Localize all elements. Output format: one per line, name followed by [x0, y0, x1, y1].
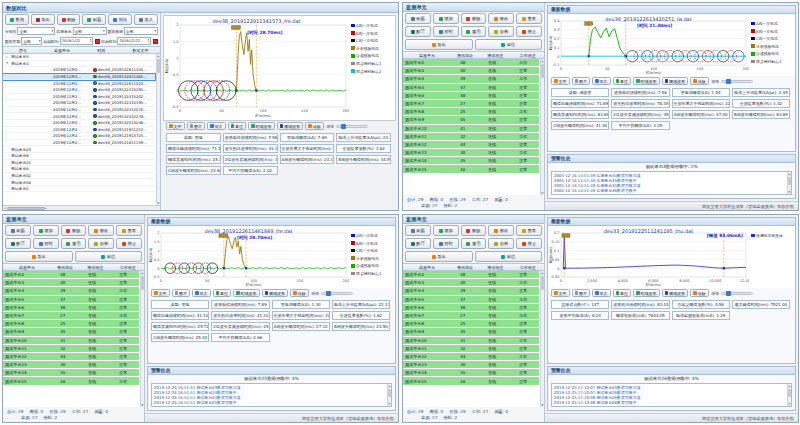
calendar-icon[interactable] — [95, 39, 100, 44]
toolbar-button[interactable]: 导出 — [405, 251, 473, 262]
list-item[interactable]: ▾ 测试单元4 — [3, 61, 155, 68]
toolbar-button[interactable]: 查看 — [116, 225, 142, 236]
toolbar-button[interactable]: 删除 — [461, 13, 487, 24]
chart-tool-button[interactable]: 时域波形 — [633, 77, 660, 85]
list-item[interactable]: 2019年12月2... dev38_2019121913725... — [3, 133, 155, 140]
filter-select[interactable]: 全部 ▾ — [73, 27, 107, 35]
spinner-icon[interactable]: ▴▾ — [148, 39, 149, 43]
chart-tool-button[interactable]: 文件 — [551, 289, 570, 297]
list-item[interactable]: 测试单元52 — [3, 173, 155, 180]
toolbar-button[interactable]: 配置 — [405, 238, 431, 249]
chart-tool-button[interactable]: 时域波形 — [233, 289, 260, 297]
table-row[interactable]: 测试单元14 35 在线 正常 — [3, 369, 139, 377]
filter-select[interactable]: 全部 ▾ — [17, 27, 55, 35]
chart-tool-button[interactable]: 图片 — [572, 77, 591, 85]
scroll-down-icon[interactable]: ▼ — [541, 191, 543, 195]
column-header[interactable]: 工作状态 — [512, 53, 544, 58]
chart-tool-button[interactable]: 复位 — [213, 289, 232, 297]
table-row[interactable]: 测试单元2 48 在线 正常 — [3, 271, 139, 279]
waveform-plot[interactable]: 0.20.150.10.050-0.0502,0004,0006,0008,00… — [548, 226, 749, 288]
scroll-up-icon[interactable]: ▲ — [541, 59, 543, 63]
chart-tool-button[interactable]: 频域波形 — [277, 122, 304, 130]
chart-tool-button[interactable]: 游标 — [690, 289, 709, 297]
toolbar-button[interactable]: 重启 — [461, 238, 487, 249]
column-header[interactable]: 监测单元 — [42, 48, 81, 53]
toolbar-button[interactable]: 刷新 — [405, 225, 431, 236]
zoom-slider[interactable] — [336, 125, 368, 128]
column-header[interactable]: 监测单元 — [403, 265, 451, 270]
chart-tool-button[interactable]: 频域波形 — [662, 289, 689, 297]
chart-tool-button[interactable]: 放大 — [207, 122, 226, 130]
table-row[interactable]: 测试单元8 25 在线 正常 — [3, 320, 139, 328]
table-row[interactable]: 测试单元13 30 在线 正常 — [3, 361, 139, 369]
list-item[interactable]: ▷ 测试单元3 — [3, 54, 155, 61]
calendar-icon[interactable] — [153, 39, 158, 44]
vertical-scrollbar[interactable]: ▲ ▼ — [140, 271, 145, 407]
table-row[interactable]: 测试单元15 26 在线 正常 — [403, 377, 539, 385]
scroll-up-icon[interactable]: ▲ — [788, 172, 790, 176]
table-row[interactable]: 测试单元2 48 在线 正常 — [403, 271, 539, 279]
table-row[interactable]: 测试单元13 30 在线 正常 — [403, 361, 539, 369]
table-row[interactable]: 测试单元6 48 在线 正常 — [403, 92, 539, 100]
table-row[interactable]: 测试单元14 35 在线 正常 — [403, 157, 539, 165]
toolbar-button[interactable]: 定位 — [475, 39, 543, 50]
column-header[interactable]: 工作状态 — [112, 265, 144, 270]
list-item[interactable]: 2019年12月2... dev38_2019122013246... — [3, 120, 155, 127]
toolbar-button[interactable]: 重启 — [461, 26, 487, 37]
toolbar-button[interactable]: 停止 — [116, 238, 142, 249]
table-row[interactable]: 测试单元2 48 在线 工作 — [403, 59, 539, 67]
waveform-plot[interactable]: 0.40.30.20.10-0.1050100150200时间(ms)幅值(kA… — [548, 14, 749, 76]
chart-tool-button[interactable]: 时域波形 — [633, 289, 660, 297]
scroll-down-icon[interactable]: ▼ — [388, 402, 390, 406]
chart-tool-button[interactable]: 游标 — [290, 289, 309, 297]
table-row[interactable]: 测试单元4 39 在线 正常 — [403, 287, 539, 295]
chart-tool-button[interactable]: 放大 — [592, 289, 611, 297]
table-row[interactable]: 测试单元7 27 在线 工作 — [3, 312, 139, 320]
toolbar-button[interactable]: 查看 — [516, 13, 542, 24]
table-row[interactable]: 测试单元15 26 在线 工作 — [3, 377, 139, 385]
chart-tool-button[interactable]: 图片 — [172, 289, 191, 297]
toolbar-button[interactable]: 定位 — [75, 251, 143, 262]
toolbar-button[interactable]: 刷新 — [5, 225, 31, 236]
chart-tool-button[interactable]: 放大 — [192, 289, 211, 297]
vertical-scrollbar[interactable]: ▲ ▼ — [540, 271, 545, 407]
chart-tool-button[interactable]: 复位 — [613, 77, 632, 85]
scrollbar-thumb[interactable] — [157, 59, 160, 73]
table-row[interactable]: 测试单元7 27 在线 工作 — [403, 312, 539, 320]
chart-tool-button[interactable]: 复位 — [613, 289, 632, 297]
toolbar-button[interactable]: 添加 — [33, 225, 59, 236]
table-row[interactable]: 测试单元10 41 在线 正常 — [3, 337, 139, 345]
list-item[interactable]: 测试单元21 — [3, 160, 155, 167]
chart-tool-button[interactable]: 频域波形 — [662, 77, 689, 85]
scrollbar-thumb[interactable] — [541, 276, 544, 290]
end-time-input[interactable]: 2019/12/22 ▴▾ — [117, 37, 151, 45]
toolbar-button[interactable]: 修改 — [88, 225, 114, 236]
toolbar-button[interactable]: 刷新 — [82, 14, 106, 25]
toolbar-button[interactable]: 导出 — [405, 39, 473, 50]
table-row[interactable]: 测试单元15 26 在线 正常 — [403, 165, 539, 173]
toolbar-button[interactable]: 删除 — [461, 225, 487, 236]
list-item[interactable]: 测试单元8 — [3, 166, 155, 173]
column-header[interactable]: 序号 — [3, 48, 42, 53]
scrollbar-thumb[interactable] — [7, 207, 45, 210]
scrollbar-thumb[interactable] — [788, 389, 791, 397]
table-row[interactable]: 测试单元3 40 在线 正常 — [403, 67, 539, 75]
scroll-up-icon[interactable]: ▲ — [541, 271, 543, 275]
toolbar-button[interactable]: 对时 — [433, 26, 459, 37]
list-item[interactable]: 2019年12月2... dev38_2019122611435... — [3, 67, 155, 74]
vertical-scrollbar[interactable]: ▲ ▼ — [787, 384, 792, 406]
vertical-scrollbar[interactable]: ▲ ▼ — [387, 384, 392, 406]
toolbar-button[interactable]: 对时 — [33, 238, 59, 249]
column-header[interactable]: 通讯状态 — [479, 53, 511, 58]
chart-tool-button[interactable]: 图片 — [187, 122, 206, 130]
slider-thumb[interactable] — [326, 291, 331, 296]
table-row[interactable]: 测试单元11 32 在线 正常 — [3, 345, 139, 353]
zoom-slider[interactable] — [721, 80, 753, 83]
table-row[interactable]: 测试单元10 41 在线 工作 — [403, 337, 539, 345]
list-item[interactable]: 2019年12月2... dev38_2019122415202... — [3, 94, 155, 101]
start-time-input[interactable]: 2019/1/22 ▴▾ — [60, 37, 94, 45]
toolbar-button[interactable]: 删除 — [61, 225, 87, 236]
slider-thumb[interactable] — [726, 79, 731, 84]
chart-tool-button[interactable]: 放大 — [592, 77, 611, 85]
scrollbar-thumb[interactable] — [141, 276, 144, 290]
